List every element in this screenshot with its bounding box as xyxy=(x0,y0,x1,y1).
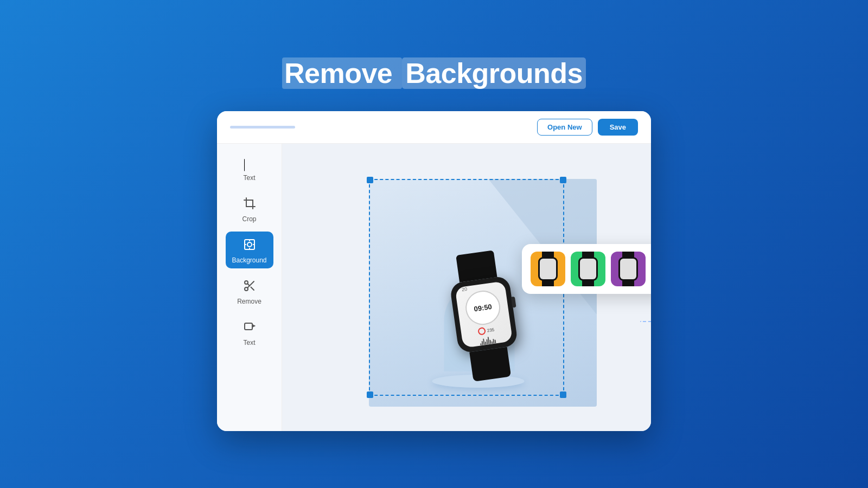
sidebar-label-text-bottom: Text xyxy=(243,339,255,346)
watch-screen: 20 09:50 235 xyxy=(455,281,513,348)
text-bubble-icon xyxy=(243,320,256,336)
app-body: ⎸ Text Crop xyxy=(217,144,651,431)
watch-body: 20 09:50 235 xyxy=(449,275,518,354)
watch-band-bottom xyxy=(469,347,511,382)
canvas-content: 20 09:50 235 xyxy=(353,174,580,401)
text-cursor-icon: ⎸ xyxy=(244,159,255,171)
activity-ring-red xyxy=(477,327,486,336)
watch-steps: 235 xyxy=(487,327,494,333)
watch-date: 20 xyxy=(455,286,468,293)
watch-metrics: 235 xyxy=(477,326,495,336)
sidebar-item-text-top[interactable]: ⎸ Text xyxy=(226,152,273,186)
sidebar-label-crop: Crop xyxy=(242,215,256,223)
background-icon xyxy=(243,238,256,253)
color-swatch-green[interactable] xyxy=(571,252,605,286)
svg-line-5 xyxy=(251,287,254,290)
open-new-button[interactable]: Open New xyxy=(537,119,592,136)
titlebar-decoration xyxy=(230,126,295,129)
titlebar: Open New Save xyxy=(217,111,651,144)
sidebar-label-text-top: Text xyxy=(243,174,255,182)
color-variants-popup xyxy=(522,244,651,294)
watch-time-display: 09:50 xyxy=(474,303,493,313)
sidebar-item-text-bottom[interactable]: Text xyxy=(226,314,273,351)
title-highlighted: Backgrounds xyxy=(402,57,586,89)
svg-line-6 xyxy=(247,284,250,286)
scissors-icon xyxy=(243,279,256,294)
color-swatch-purple[interactable] xyxy=(611,252,646,286)
sidebar-label-remove: Remove xyxy=(237,298,261,305)
sidebar-item-crop[interactable]: Crop xyxy=(226,190,273,227)
color-swatch-yellow[interactable] xyxy=(531,252,565,286)
connecting-arc xyxy=(640,306,651,322)
sidebar-label-background: Background xyxy=(232,256,266,264)
app-window: Open New Save ⎸ Text Crop xyxy=(217,111,651,431)
page-title: Remove Backgrounds xyxy=(282,57,586,89)
title-part1: Remove xyxy=(282,57,402,89)
crop-icon xyxy=(243,197,256,212)
sidebar-item-background[interactable]: Background xyxy=(226,232,273,268)
svg-point-1 xyxy=(247,242,252,247)
save-button[interactable]: Save xyxy=(598,119,638,136)
sidebar-item-remove[interactable]: Remove xyxy=(226,273,273,310)
svg-rect-7 xyxy=(245,323,252,330)
watch-clock-face: 09:50 xyxy=(463,288,502,327)
corner-handle-tr[interactable] xyxy=(560,177,566,183)
corner-handle-br[interactable] xyxy=(560,391,566,398)
sidebar: ⎸ Text Crop xyxy=(217,144,282,431)
titlebar-buttons: Open New Save xyxy=(537,119,638,136)
canvas-area: 20 09:50 235 xyxy=(282,144,651,431)
watch-waveform xyxy=(479,335,496,346)
corner-handle-bl[interactable] xyxy=(367,391,373,398)
corner-handle-tl[interactable] xyxy=(367,177,373,183)
